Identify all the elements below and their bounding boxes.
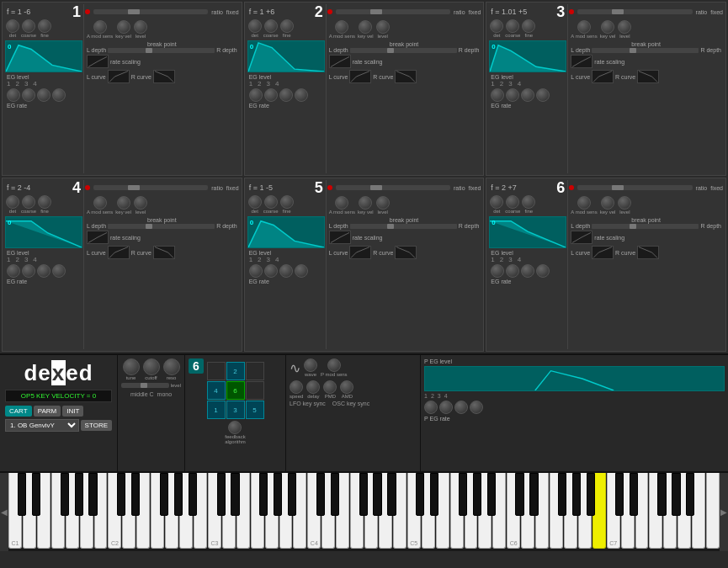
black-key-4-4[interactable] xyxy=(487,473,496,516)
black-key-4-2[interactable] xyxy=(459,473,467,516)
op-2-det-knob[interactable] xyxy=(248,19,262,33)
peg-rate-knob-3[interactable] xyxy=(454,401,468,414)
op-3-rate-knob-1[interactable] xyxy=(491,88,504,102)
op-3-bp-slider[interactable] xyxy=(592,48,699,53)
op-6-coarse-knob[interactable] xyxy=(506,195,519,209)
level-slider[interactable] xyxy=(121,383,169,388)
algo-cell-8[interactable]: 3 xyxy=(226,401,245,419)
black-key-5-2[interactable] xyxy=(558,473,566,516)
preset-dropdown[interactable]: 1. OB GenvivY xyxy=(5,419,79,432)
black-key-1-4[interactable] xyxy=(189,473,197,516)
peg-rate-knob-2[interactable] xyxy=(439,401,453,414)
op-5-det-knob[interactable] xyxy=(248,195,262,209)
op-5-rate-knob-2[interactable] xyxy=(264,264,278,278)
black-key-0-0[interactable] xyxy=(18,473,26,516)
op-4-rate-knob-2[interactable] xyxy=(22,264,35,278)
wave-knob[interactable] xyxy=(304,358,317,372)
peg-rate-knob-1[interactable] xyxy=(424,401,438,414)
pmd-knob[interactable] xyxy=(323,380,337,394)
op-1-coarse-knob[interactable] xyxy=(22,19,35,33)
black-key-5-3[interactable] xyxy=(572,473,581,516)
op-4-A-mod-sens-knob[interactable] xyxy=(93,196,107,210)
init-button[interactable]: INIT xyxy=(62,406,83,417)
op-3-level-knob[interactable] xyxy=(618,20,631,34)
algo-cell-3[interactable] xyxy=(246,362,264,380)
op-1-det-knob[interactable] xyxy=(6,19,19,33)
store-button[interactable]: STORE xyxy=(81,420,112,431)
black-key-2-2[interactable] xyxy=(259,473,268,516)
cart-button[interactable]: CART xyxy=(5,406,32,417)
black-key-6-1[interactable] xyxy=(630,473,638,516)
black-key-4-1[interactable] xyxy=(430,473,438,516)
op-1-A-mod-sens-knob[interactable] xyxy=(93,20,107,34)
op-4-fine-knob[interactable] xyxy=(38,195,51,209)
op-3-A-mod-sens-knob[interactable] xyxy=(577,20,591,34)
white-key-C8[interactable] xyxy=(706,473,720,549)
op-3-det-knob[interactable] xyxy=(490,19,503,33)
algo-cell-1[interactable] xyxy=(207,362,226,380)
op-2-coarse-knob[interactable] xyxy=(264,19,278,33)
algo-cell-2[interactable]: 2 xyxy=(226,362,245,380)
black-key-3-2[interactable] xyxy=(359,473,368,516)
op-5-coarse-knob[interactable] xyxy=(264,195,278,209)
cutoff-knob[interactable] xyxy=(143,358,160,375)
op-6-bp-slider[interactable] xyxy=(592,224,699,229)
black-key-6-4[interactable] xyxy=(686,473,694,516)
amd-knob[interactable] xyxy=(340,380,353,394)
op-3-fine-knob[interactable] xyxy=(522,19,535,33)
black-key-0-4[interactable] xyxy=(88,473,97,516)
op-6-rate-knob-4[interactable] xyxy=(536,264,550,278)
black-key-5-4[interactable] xyxy=(587,473,595,516)
op-6-fine-knob[interactable] xyxy=(522,195,535,209)
op-4-ratio-slider[interactable] xyxy=(93,185,208,190)
op-5-level-knob[interactable] xyxy=(376,196,390,210)
op-4-rate-knob-3[interactable] xyxy=(37,264,50,278)
algo-cell-5[interactable]: 6 xyxy=(226,381,245,400)
black-key-4-0[interactable] xyxy=(416,473,424,516)
op-4-rate-knob-1[interactable] xyxy=(7,264,20,278)
black-key-5-1[interactable] xyxy=(529,473,538,516)
op-6-level-knob[interactable] xyxy=(618,196,631,210)
black-key-6-2[interactable] xyxy=(657,473,666,516)
p-mod-sens-knob[interactable] xyxy=(327,358,341,372)
keyboard-nav-right[interactable]: ▶ xyxy=(720,473,728,551)
op-2-A-mod-sens-knob[interactable] xyxy=(335,20,348,34)
algo-cell-4[interactable]: 4 xyxy=(207,381,226,400)
op-3-key-vel-knob[interactable] xyxy=(601,20,614,34)
op-5-bp-slider[interactable] xyxy=(350,224,457,229)
op-5-A-mod-sens-knob[interactable] xyxy=(335,196,348,210)
op-6-ratio-slider[interactable] xyxy=(577,185,692,190)
op-6-rate-knob-2[interactable] xyxy=(506,264,519,278)
op-5-rate-knob-1[interactable] xyxy=(249,264,263,278)
op-4-level-knob[interactable] xyxy=(134,196,147,210)
op-1-key-vel-knob[interactable] xyxy=(117,20,130,34)
parm-button[interactable]: PARM xyxy=(34,406,61,417)
black-key-2-1[interactable] xyxy=(231,473,239,516)
black-key-1-0[interactable] xyxy=(117,473,125,516)
algo-cell-7[interactable]: 1 xyxy=(207,401,226,419)
op-2-rate-knob-3[interactable] xyxy=(279,88,293,102)
op-2-level-knob[interactable] xyxy=(376,20,390,34)
black-key-3-1[interactable] xyxy=(331,473,339,516)
op-2-rate-knob-2[interactable] xyxy=(264,88,278,102)
black-key-3-3[interactable] xyxy=(373,473,381,516)
black-key-0-1[interactable] xyxy=(32,473,40,516)
black-key-2-3[interactable] xyxy=(274,473,282,516)
black-key-6-3[interactable] xyxy=(672,473,680,516)
op-1-rate-knob-4[interactable] xyxy=(52,88,66,102)
op-1-rate-knob-2[interactable] xyxy=(22,88,35,102)
op-3-rate-knob-2[interactable] xyxy=(506,88,519,102)
op-2-key-vel-knob[interactable] xyxy=(359,20,372,34)
black-key-2-4[interactable] xyxy=(288,473,296,516)
op-5-fine-knob[interactable] xyxy=(280,195,294,209)
op-6-rate-knob-1[interactable] xyxy=(491,264,504,278)
op-5-rate-knob-3[interactable] xyxy=(279,264,293,278)
feedback-knob[interactable] xyxy=(228,421,242,434)
op-2-rate-knob-1[interactable] xyxy=(249,88,263,102)
op-1-fine-knob[interactable] xyxy=(38,19,51,33)
op-1-rate-knob-3[interactable] xyxy=(37,88,50,102)
op-2-ratio-slider[interactable] xyxy=(336,9,450,14)
op-2-rate-knob-4[interactable] xyxy=(295,88,308,102)
peg-rate-knob-4[interactable] xyxy=(470,401,483,414)
op-1-ratio-slider[interactable] xyxy=(93,9,208,14)
